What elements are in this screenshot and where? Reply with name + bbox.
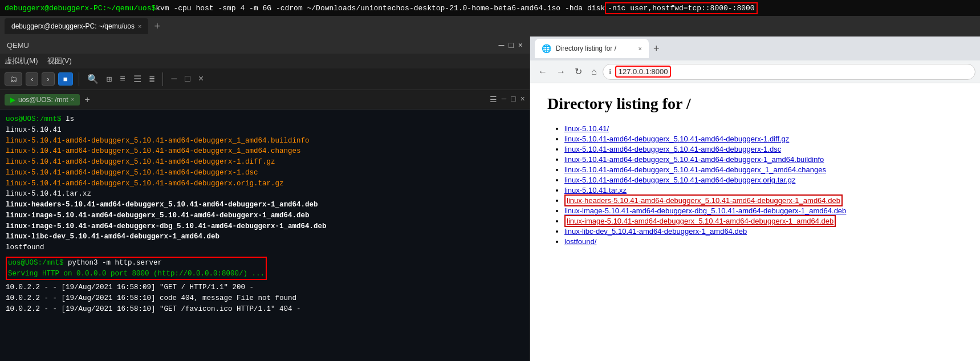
address-bar[interactable]: ℹ 127.0.0.1:8000: [603, 64, 975, 80]
terminal-tab-icon: ▶: [10, 96, 15, 104]
terminal-tab-close[interactable]: ×: [71, 96, 75, 103]
terminal-tab-uos[interactable]: ▶ uos@UOS: /mnt ×: [5, 94, 80, 106]
dir-list-item: linux-5.10.41/: [564, 124, 963, 133]
terminal-highlight: -nic user,hostfwd=tcp::8000-:8000: [605, 2, 757, 14]
toolbar-separator2: [162, 72, 163, 86]
terminal-line-0: uos@UOS:/mnt$ ls: [6, 114, 524, 125]
terminal-line-5: linux-5.10.41-amd64-debuggerx_5.10.41-am…: [6, 168, 524, 179]
minimize-icon[interactable]: ─: [169, 72, 179, 87]
browser-window: 🌐 Directory listing for / × + ← → ↻ ⌂ ℹ …: [530, 36, 980, 361]
terminal-tab-add-btn[interactable]: +: [84, 95, 90, 105]
terminal-line-13: uos@UOS:/mnt$ python3 -m http.server: [7, 258, 266, 269]
terminal-line-3: linux-5.10.41-amd64-debuggerx_5.10.41-am…: [6, 146, 524, 157]
dir-list-link[interactable]: linux-5.10.41-amd64-debuggerx_5.10.41-am…: [564, 145, 781, 153]
dir-list-item: linux-libc-dev_5.10.41-amd64-debuggerx-1…: [564, 227, 963, 236]
folder-icon: 🗂: [10, 75, 17, 83]
detail-icon[interactable]: ☰: [131, 71, 144, 87]
main-area: QEMU ─ □ × 虚拟机(M) 视图(V) 🗂 ‹ › ■ 🔍 ⊞ ≡ ☰: [0, 36, 980, 361]
top-terminal-bar: debuggerx@debuggerx-PC:~/qemu/uos$ kvm -…: [0, 0, 980, 16]
tab-label: debuggerx@debuggerx-PC: ~/qemu/uos: [11, 22, 135, 30]
terminal-line-1: linux-5.10.41: [6, 125, 524, 136]
terminal-command: kvm -cpu host -smp 4 -m 6G -cdrom ~/Down…: [156, 4, 605, 13]
dir-list-link[interactable]: linux-5.10.41.tar.xz: [564, 186, 627, 194]
dir-list-item: linux-5.10.41-amd64-debuggerx_5.10.41-am…: [564, 176, 963, 184]
terminal-maximize-icon[interactable]: □: [511, 95, 515, 104]
dir-list-link[interactable]: linux-5.10.41-amd64-debuggerx_5.10.41-am…: [564, 176, 795, 184]
dir-list-link[interactable]: linux-5.10.41-amd64-debuggerx_5.10.41-am…: [564, 155, 824, 164]
url-display[interactable]: 127.0.0.1:8000: [615, 66, 672, 78]
list-icon[interactable]: ≡: [117, 72, 128, 87]
toolbar-forward-btn[interactable]: ›: [42, 72, 54, 86]
dir-list-link[interactable]: linux-5.10.41/: [564, 124, 609, 133]
dir-list-link[interactable]: linux-libc-dev_5.10.41-amd64-debuggerx-1…: [564, 227, 747, 236]
menu-view[interactable]: 视图(V): [47, 56, 72, 66]
grid-icon[interactable]: ⊞: [104, 71, 115, 87]
terminal-menu-icon[interactable]: ☰: [490, 95, 497, 104]
browser-reload-btn[interactable]: ↻: [571, 64, 585, 79]
terminal-line-10: linux-image-5.10.41-amd64-debuggerx-dbg_…: [6, 221, 524, 232]
qemu-toolbar: 🗂 ‹ › ■ 🔍 ⊞ ≡ ☰ ≣ ─ □ ×: [0, 68, 530, 90]
terminal-line-6: linux-5.10.41-amd64-debuggerx_5.10.41-am…: [6, 179, 524, 189]
dir-list-link[interactable]: linux-headers-5.10.41-amd64-debuggerx_5.…: [564, 194, 843, 206]
terminal-line-14: Serving HTTP on 0.0.0.0 port 8000 (http:…: [7, 269, 266, 279]
browser-titlebar: 🌐 Directory listing for / × +: [530, 36, 980, 60]
terminal-line-7: linux-5.10.41.tar.xz: [6, 189, 524, 200]
new-tab-button[interactable]: +: [151, 19, 164, 34]
dir-list-item: linux-headers-5.10.41-amd64-debuggerx_5.…: [564, 196, 963, 205]
info-icon: ℹ: [609, 68, 612, 76]
dir-list-item: linux-image-5.10.41-amd64-debuggerx-dbg_…: [564, 206, 963, 215]
toolbar-blue-btn[interactable]: ■: [58, 72, 73, 86]
qemu-title: QEMU: [7, 41, 29, 50]
directory-list: linux-5.10.41/linux-5.10.41-amd64-debugg…: [547, 124, 963, 246]
search-icon[interactable]: 🔍: [85, 71, 101, 87]
dir-list-link[interactable]: linux-image-5.10.41-amd64-debuggerx-dbg_…: [564, 206, 846, 215]
browser-forward-btn[interactable]: →: [553, 64, 569, 79]
qemu-menubar: 虚拟机(M) 视图(V): [0, 54, 530, 68]
tab-close-btn[interactable]: ×: [138, 23, 141, 30]
browser-tab-close[interactable]: ×: [639, 45, 642, 52]
dir-list-link[interactable]: linux-image-5.10.41-amd64-debuggerx_5.10…: [564, 215, 836, 227]
terminal-tabs: ▶ uos@UOS: /mnt × + ☰ ─ □ ×: [0, 90, 530, 109]
terminal-line-4: linux-5.10.41-amd64-debuggerx_5.10.41-am…: [6, 157, 524, 168]
terminal-close-icon[interactable]: ×: [521, 95, 525, 104]
dir-list-item: linux-5.10.41-amd64-debuggerx_5.10.41-am…: [564, 165, 963, 174]
qemu-window-controls: ─ □ ×: [498, 40, 523, 50]
terminal-line-12: lostfound: [6, 242, 524, 253]
maximize-icon[interactable]: □: [182, 72, 193, 87]
qemu-window: QEMU ─ □ × 虚拟机(M) 视图(V) 🗂 ‹ › ■ 🔍 ⊞ ≡ ☰: [0, 36, 530, 361]
dir-list-item: lostfound/: [564, 237, 963, 246]
terminal-tab-item[interactable]: debuggerx@debuggerx-PC: ~/qemu/uos ×: [5, 18, 148, 34]
qemu-close-btn[interactable]: ×: [518, 40, 523, 50]
terminal-prompt: debuggerx@debuggerx-PC:~/qemu/uos$: [5, 4, 156, 13]
toolbar-back-btn[interactable]: ‹: [26, 72, 38, 86]
dir-list-link[interactable]: lostfound/: [564, 237, 596, 246]
qemu-minimize-btn[interactable]: ─: [498, 40, 504, 50]
terminal-tab-label: uos@UOS: /mnt: [18, 96, 68, 104]
qemu-maximize-btn[interactable]: □: [509, 40, 513, 50]
terminal-line-16: 10.0.2.2 - - [19/Aug/2021 16:58:10] code…: [6, 293, 524, 304]
browser-back-btn[interactable]: ←: [535, 64, 551, 79]
dir-list-link[interactable]: linux-5.10.41-amd64-debuggerx_5.10.41-am…: [564, 165, 826, 174]
terminal-line-15: 10.0.2.2 - - [19/Aug/2021 16:58:09] "GET…: [6, 282, 524, 293]
close-icon[interactable]: ×: [196, 72, 206, 87]
dir-list-item: linux-image-5.10.41-amd64-debuggerx_5.10…: [564, 217, 963, 225]
browser-tab-title: Directory listing for /: [556, 44, 634, 52]
terminal-minimize-icon[interactable]: ─: [502, 95, 506, 104]
browser-tab[interactable]: 🌐 Directory listing for / ×: [535, 39, 649, 58]
terminal-line-17: 10.0.2.2 - - [19/Aug/2021 16:58:10] "GET…: [6, 304, 524, 315]
terminal-line-9: linux-image-5.10.41-amd64-debuggerx_5.10…: [6, 210, 524, 221]
dir-list-item: linux-5.10.41-amd64-debuggerx_5.10.41-am…: [564, 155, 963, 164]
toolbar-separator: [79, 72, 79, 86]
browser-content: Directory listing for / linux-5.10.41/li…: [530, 83, 980, 361]
tab-bar: debuggerx@debuggerx-PC: ~/qemu/uos × +: [0, 16, 980, 36]
browser-new-tab-btn[interactable]: +: [649, 40, 664, 57]
toolbar-folder-btn[interactable]: 🗂: [5, 72, 22, 86]
http-server-box: uos@UOS:/mnt$ python3 -m http.server Ser…: [6, 257, 267, 281]
directory-title: Directory listing for /: [547, 95, 963, 113]
another-list-icon[interactable]: ≣: [147, 71, 157, 87]
terminal-content[interactable]: uos@UOS:/mnt$ ls linux-5.10.41 linux-5.1…: [0, 109, 530, 361]
dir-list-item: linux-5.10.41-amd64-debuggerx_5.10.41-am…: [564, 135, 963, 143]
browser-home-btn[interactable]: ⌂: [588, 64, 600, 79]
menu-virtual-machine[interactable]: 虚拟机(M): [5, 56, 38, 66]
dir-list-link[interactable]: linux-5.10.41-amd64-debuggerx_5.10.41-am…: [564, 135, 789, 143]
